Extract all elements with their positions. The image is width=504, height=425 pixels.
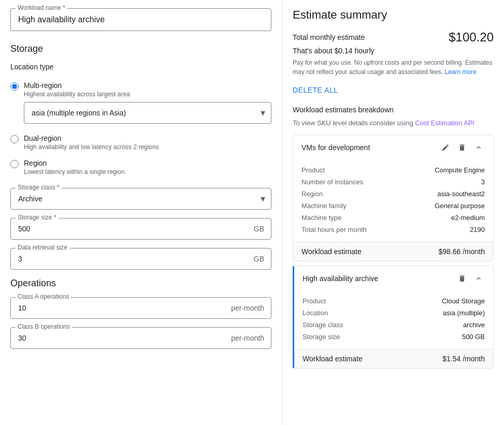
table-row: Product Cloud Storage: [303, 295, 485, 307]
multi-region-sublabel: Highest availability across largest area: [24, 91, 130, 98]
workload-name-input[interactable]: [10, 8, 271, 31]
multi-region-radio[interactable]: [10, 82, 19, 91]
vms-workload-estimate-row: Workload estimate $98.66 /month: [293, 242, 493, 261]
dual-region-label: Dual-region: [24, 134, 159, 142]
chevron-up-icon: [474, 143, 483, 152]
storage-size-input[interactable]: [10, 218, 271, 240]
total-monthly-row: Total monthly estimate $100.20: [293, 30, 494, 45]
data-retrieval-input[interactable]: [10, 248, 271, 270]
ha-workload-estimate-row: Workload estimate $1.54 /month: [294, 349, 493, 368]
class-b-label: Class B operations: [16, 323, 72, 330]
hourly-text: That's about $0.14 hourly: [293, 47, 494, 55]
total-monthly-value: $100.20: [449, 30, 494, 45]
vms-card: VMs for development: [293, 135, 494, 261]
operations-section: Operations Class A operations per-month …: [10, 278, 271, 349]
region-option[interactable]: Region Lowest latency within a single re…: [10, 155, 271, 180]
left-panel: Workload name * Storage Location type Mu…: [0, 0, 282, 425]
storage-class-label: Storage class *: [16, 184, 62, 191]
vms-collapse-button[interactable]: [472, 141, 485, 154]
multi-region-label: Multi-region: [24, 81, 130, 90]
vms-estimate-value: $98.66 /month: [438, 247, 485, 256]
workload-name-label: Workload name *: [16, 4, 67, 11]
table-row: Total hours per month 2190: [301, 224, 485, 236]
ha-collapse-button[interactable]: [472, 272, 485, 285]
right-panel: Estimate summary Total monthly estimate …: [282, 0, 504, 425]
dual-region-radio[interactable]: [10, 135, 19, 143]
table-row: Number of instances 3: [301, 176, 485, 188]
dual-region-sublabel: High availability and low latency across…: [24, 143, 159, 151]
sku-description: To view SKU level details consider using…: [293, 118, 494, 128]
ha-card: High availability archive Product Cloud …: [293, 266, 494, 369]
storage-class-field: Storage class * Archive Standard Nearlin…: [10, 188, 271, 210]
class-a-suffix: per-month: [231, 304, 264, 312]
edit-icon: [441, 143, 450, 152]
data-retrieval-field: Data retrieval size GB: [10, 248, 271, 270]
vms-card-title: VMs for development: [301, 143, 370, 152]
ha-card-actions: [456, 272, 485, 285]
workload-name-field: Workload name *: [10, 8, 271, 31]
storage-size-field: Storage size * GB: [10, 218, 271, 240]
table-row: Region asia-southeast2: [301, 188, 485, 200]
vms-estimate-label: Workload estimate: [301, 247, 362, 256]
ha-estimate-value: $1.54 /month: [442, 355, 485, 363]
region-radio[interactable]: [10, 160, 19, 168]
table-row: Product Compute Engine: [301, 164, 485, 176]
ha-delete-button[interactable]: [456, 272, 468, 285]
table-row: Machine type e2-medium: [301, 212, 485, 224]
table-row: Location asia (multiple): [303, 307, 485, 319]
region-sublabel: Lowest latency within a single region: [24, 168, 125, 175]
vms-edit-button[interactable]: [439, 141, 452, 154]
data-retrieval-label: Data retrieval size: [16, 244, 69, 251]
class-b-suffix: per-month: [231, 334, 264, 342]
region-dropdown-container: asia (multiple regions in Asia) us (mult…: [24, 102, 271, 124]
operations-section-title: Operations: [10, 278, 271, 289]
class-b-field: Class B operations per-month: [10, 327, 271, 349]
vms-delete-button[interactable]: [456, 141, 468, 154]
storage-size-suffix: GB: [254, 225, 264, 233]
location-type-radio-group: Multi-region Highest availability across…: [10, 77, 271, 180]
delete-icon: [458, 274, 466, 283]
delete-all-button[interactable]: DELETE ALL: [293, 83, 338, 97]
table-row: Storage class archive: [303, 319, 485, 331]
vms-card-header: VMs for development: [293, 135, 493, 160]
breakdown-title: Workload estimates breakdown: [293, 106, 494, 114]
storage-size-label: Storage size *: [16, 214, 59, 221]
storage-section-title: Storage: [10, 43, 271, 54]
estimate-title: Estimate summary: [293, 8, 494, 22]
cost-estimation-api-link[interactable]: Cost Estimation API: [415, 119, 474, 127]
ha-card-header: High availability archive: [294, 266, 493, 291]
data-retrieval-suffix: GB: [254, 255, 264, 263]
vms-card-body: Product Compute Engine Number of instanc…: [293, 160, 493, 242]
storage-class-select[interactable]: Archive Standard Nearline Coldline: [10, 188, 271, 210]
multi-region-option[interactable]: Multi-region Highest availability across…: [10, 77, 271, 102]
table-row: Storage size 500 GB: [303, 331, 485, 343]
total-monthly-label: Total monthly estimate: [293, 33, 365, 41]
learn-more-link[interactable]: Learn more: [445, 68, 477, 76]
ha-card-body: Product Cloud Storage Location asia (mul…: [294, 291, 493, 349]
ha-card-title: High availability archive: [303, 274, 378, 283]
chevron-up-icon: [474, 274, 483, 283]
location-type-title: Location type: [10, 63, 271, 71]
table-row: Machine family General purpose: [301, 200, 485, 212]
vms-card-actions: [439, 141, 485, 154]
region-select[interactable]: asia (multiple regions in Asia) us (mult…: [24, 102, 271, 124]
ha-estimate-label: Workload estimate: [303, 355, 363, 363]
delete-icon: [458, 143, 466, 152]
dual-region-option[interactable]: Dual-region High availability and low la…: [10, 130, 271, 155]
description-text: Pay for what you use. No upfront costs a…: [293, 58, 494, 77]
region-label: Region: [24, 159, 125, 167]
class-a-field: Class A operations per-month: [10, 297, 271, 319]
class-a-label: Class A operations: [16, 293, 71, 300]
